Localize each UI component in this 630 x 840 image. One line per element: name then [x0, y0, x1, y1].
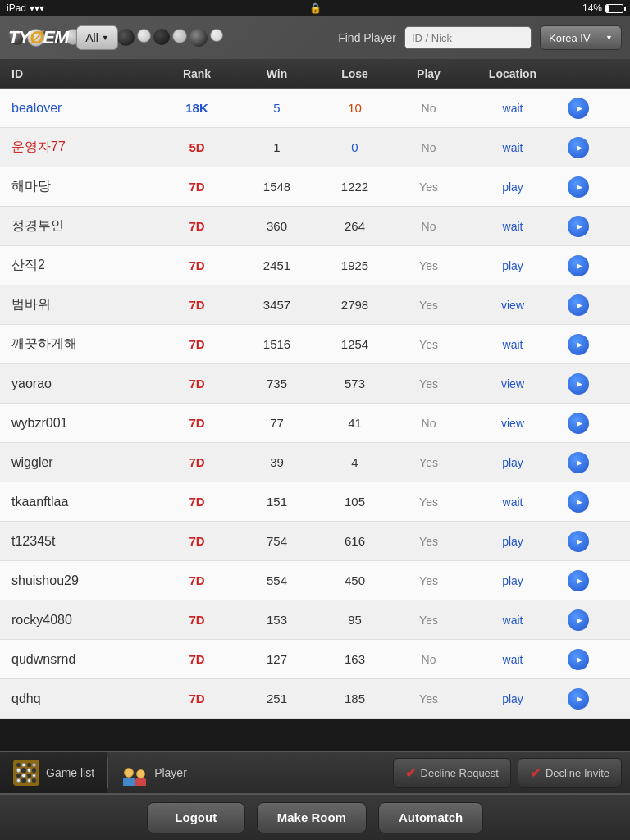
cell-lose: 163 — [316, 652, 394, 666]
cell-win: 39 — [238, 455, 316, 469]
cell-play: Yes — [394, 377, 463, 390]
row-arrow-button[interactable]: ▶ — [568, 570, 589, 591]
decline-request-button[interactable]: ✔ Decline Request — [393, 758, 511, 788]
cell-arrow[interactable]: ▶ — [562, 216, 595, 237]
cell-lose: 450 — [316, 573, 394, 587]
cell-location: play — [463, 456, 562, 469]
cell-win: 5 — [238, 101, 316, 115]
find-player-label: Find Player — [338, 31, 396, 44]
cell-play: Yes — [394, 495, 463, 509]
arrow-icon: ▶ — [577, 695, 582, 703]
filter-button[interactable]: All ▼ — [76, 25, 117, 50]
cell-arrow[interactable]: ▶ — [562, 98, 595, 119]
row-arrow-button[interactable]: ▶ — [568, 334, 589, 355]
cell-location: play — [463, 259, 562, 272]
cell-win: 360 — [238, 219, 316, 233]
battery-indicator — [605, 4, 623, 13]
arrow-icon: ▶ — [577, 616, 582, 624]
make-room-button[interactable]: Make Room — [257, 802, 367, 833]
cell-rank: 7D — [156, 692, 238, 705]
cell-arrow[interactable]: ▶ — [562, 491, 595, 513]
cell-arrow[interactable]: ▶ — [562, 255, 595, 276]
cell-arrow[interactable]: ▶ — [562, 334, 595, 355]
row-arrow-button[interactable]: ▶ — [568, 413, 589, 434]
cell-win: 3457 — [238, 298, 316, 312]
col-rank: Rank — [156, 67, 238, 80]
cell-id: wybzr001 — [0, 416, 156, 431]
table-row: yaorao 7D 735 573 Yes view ▶ — [0, 364, 630, 404]
cell-location: view — [463, 377, 562, 390]
cell-arrow[interactable]: ▶ — [562, 609, 595, 631]
row-arrow-button[interactable]: ▶ — [568, 176, 589, 198]
cell-lose: 2798 — [316, 298, 394, 312]
row-arrow-button[interactable]: ▶ — [568, 531, 589, 552]
col-win: Win — [238, 67, 316, 80]
arrow-icon: ▶ — [577, 104, 582, 112]
cell-lose: 1925 — [316, 258, 394, 272]
cell-rank: 7D — [156, 180, 238, 194]
cell-arrow[interactable]: ▶ — [562, 649, 595, 670]
device-label: iPad — [7, 2, 26, 14]
cell-win: 1 — [238, 140, 316, 154]
row-arrow-button[interactable]: ▶ — [568, 373, 589, 395]
col-lose: Lose — [316, 67, 394, 80]
automatch-button[interactable]: Automatch — [378, 802, 483, 833]
cell-lose: 1254 — [316, 337, 394, 351]
cell-arrow[interactable]: ▶ — [562, 294, 595, 316]
cell-arrow[interactable]: ▶ — [562, 137, 595, 158]
row-arrow-button[interactable]: ▶ — [568, 688, 589, 710]
cell-win: 153 — [238, 613, 316, 627]
cell-arrow[interactable]: ▶ — [562, 688, 595, 710]
arrow-icon: ▶ — [577, 655, 582, 664]
arrow-icon: ▶ — [577, 537, 582, 546]
arrow-icon: ▶ — [577, 222, 582, 231]
cell-win: 735 — [238, 377, 316, 390]
cell-win: 554 — [238, 573, 316, 587]
table-row: 정경부인 7D 360 264 No wait ▶ — [0, 207, 630, 246]
nav-player-label: Player — [154, 766, 187, 779]
cell-location: wait — [463, 653, 562, 666]
cell-rank: 7D — [156, 495, 238, 509]
row-arrow-button[interactable]: ▶ — [568, 609, 589, 631]
decline-invite-label: Decline Invite — [546, 767, 609, 779]
row-arrow-button[interactable]: ▶ — [568, 98, 589, 119]
logout-button[interactable]: Logout — [147, 802, 245, 833]
row-arrow-button[interactable]: ▶ — [568, 294, 589, 316]
cell-arrow[interactable]: ▶ — [562, 570, 595, 591]
cell-play: No — [394, 653, 463, 666]
col-play: Play — [394, 67, 463, 80]
cell-id: 해마당 — [0, 178, 156, 195]
cell-location: wait — [463, 141, 562, 154]
table-row: qudwnsrnd 7D 127 163 No wait ▶ — [0, 640, 630, 679]
table-body: bealover 18K 5 10 No wait ▶ 운영자77 5D 1 0… — [0, 89, 630, 751]
nav-player[interactable]: Player — [108, 752, 200, 793]
cell-location: wait — [463, 220, 562, 233]
row-arrow-button[interactable]: ▶ — [568, 255, 589, 276]
row-arrow-button[interactable]: ▶ — [568, 452, 589, 473]
row-arrow-button[interactable]: ▶ — [568, 216, 589, 237]
decline-invite-button[interactable]: ✔ Decline Invite — [518, 758, 622, 788]
arrow-icon: ▶ — [577, 380, 582, 388]
table-row: wiggler 7D 39 4 Yes play ▶ — [0, 443, 630, 482]
search-input[interactable] — [404, 26, 532, 49]
cell-win: 77 — [238, 416, 316, 430]
row-arrow-button[interactable]: ▶ — [568, 137, 589, 158]
col-id: ID — [0, 67, 156, 80]
location-dropdown[interactable]: Korea IV ▼ — [540, 25, 622, 50]
status-left: iPad ▾▾▾ — [7, 2, 44, 14]
cell-rank: 7D — [156, 534, 238, 548]
cell-rank: 7D — [156, 298, 238, 312]
cell-arrow[interactable]: ▶ — [562, 452, 595, 473]
cell-arrow[interactable]: ▶ — [562, 176, 595, 198]
cell-rank: 5D — [156, 140, 238, 154]
row-arrow-button[interactable]: ▶ — [568, 649, 589, 670]
battery-percent: 14% — [582, 2, 602, 14]
cell-rank: 7D — [156, 377, 238, 390]
cell-arrow[interactable]: ▶ — [562, 413, 595, 434]
nav-game-list[interactable]: Game list — [0, 752, 107, 793]
cell-arrow[interactable]: ▶ — [562, 373, 595, 395]
cell-arrow[interactable]: ▶ — [562, 531, 595, 552]
cell-win: 1548 — [238, 180, 316, 194]
cell-win: 127 — [238, 652, 316, 666]
row-arrow-button[interactable]: ▶ — [568, 491, 589, 513]
